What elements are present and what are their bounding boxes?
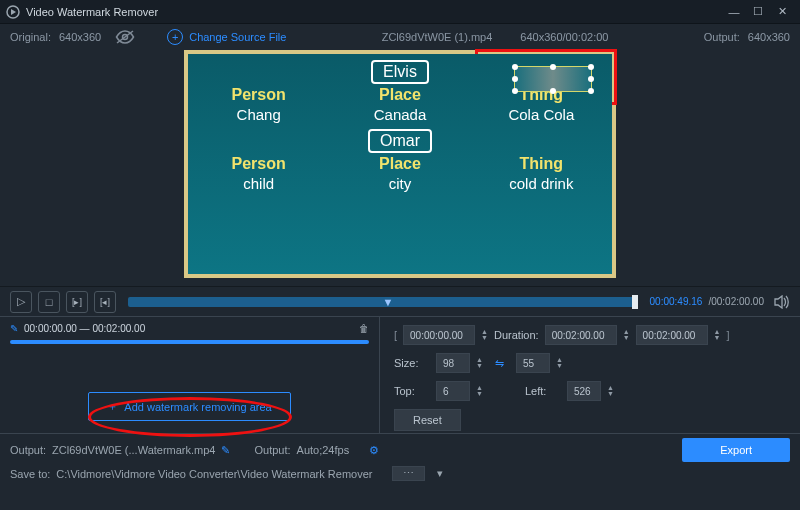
cell: Cola Cola: [481, 106, 601, 123]
output-format-value: Auto;24fps: [297, 444, 350, 456]
start-spinner[interactable]: ▲▼: [481, 329, 488, 341]
col-header: Thing: [481, 155, 601, 173]
video-preview[interactable]: Elvis PersonChang PlaceCanada ThingCola …: [184, 50, 616, 278]
save-to-label: Save to:: [10, 468, 50, 480]
output-label: Output:: [704, 31, 740, 43]
original-label: Original:: [10, 31, 51, 43]
cell: city: [340, 175, 460, 192]
plus-icon: ＋: [107, 399, 118, 414]
stop-button[interactable]: □: [38, 291, 60, 313]
browse-path-button[interactable]: ⋯: [392, 466, 425, 481]
duration-spinner[interactable]: ▲▼: [623, 329, 630, 341]
titlebar: Video Watermark Remover — ☐ ✕: [0, 0, 800, 24]
watermark-selection-box[interactable]: [514, 66, 592, 92]
resize-handle[interactable]: [512, 76, 518, 82]
format-settings-icon[interactable]: ⚙: [369, 444, 379, 457]
output-format-label: Output:: [254, 444, 290, 456]
maximize-button[interactable]: ☐: [746, 5, 770, 18]
top-label: Top:: [394, 385, 430, 397]
left-input[interactable]: 526: [567, 381, 601, 401]
resize-handle[interactable]: [550, 88, 556, 94]
col-header: Person: [199, 86, 319, 104]
height-input[interactable]: 55: [516, 353, 550, 373]
end-time-input[interactable]: 00:02:00.00: [636, 325, 708, 345]
bracket-right-icon[interactable]: ]: [727, 329, 730, 341]
resize-handle[interactable]: [512, 64, 518, 70]
segment-bar[interactable]: [10, 340, 369, 344]
resize-handle[interactable]: [588, 64, 594, 70]
output-filename: ZCl69dVtW0E (...Watermark.mp4: [52, 444, 215, 456]
source-filename: ZCl69dVtW0E (1).mp4: [382, 31, 493, 43]
width-input[interactable]: 98: [436, 353, 470, 373]
plus-circle-icon: +: [167, 29, 183, 45]
timeline-end-handle[interactable]: [632, 295, 638, 309]
segment-range: 00:00:00.00 — 00:02:00.00: [24, 323, 145, 334]
transport-bar: ▷ □ [▸] [◂] ▼ 00:00:49.16 /00:02:00.00: [0, 286, 800, 316]
preview-canvas: Elvis PersonChang PlaceCanada ThingCola …: [188, 54, 612, 274]
minimize-button[interactable]: —: [722, 6, 746, 18]
rename-output-icon[interactable]: ✎: [221, 444, 230, 457]
resize-handle[interactable]: [550, 64, 556, 70]
left-label: Left:: [525, 385, 561, 397]
cell: Canada: [340, 106, 460, 123]
properties-panel: [ 00:00:00.00 ▲▼ Duration:00:02:00.00 ▲▼…: [380, 317, 800, 433]
add-watermark-area-label: Add watermark removing area: [124, 401, 271, 413]
col-header: Place: [340, 86, 460, 104]
resize-handle[interactable]: [512, 88, 518, 94]
info-bar: Original: 640x360 + Change Source File Z…: [0, 24, 800, 50]
preview-toggle-icon[interactable]: [115, 30, 135, 44]
step-forward-button[interactable]: [▸]: [66, 291, 88, 313]
name-box-1: Elvis: [371, 60, 429, 84]
footer: Output: ZCl69dVtW0E (...Watermark.mp4 ✎ …: [0, 434, 800, 489]
left-spinner[interactable]: ▲▼: [607, 385, 614, 397]
name-box-2: Omar: [368, 129, 432, 153]
close-button[interactable]: ✕: [770, 5, 794, 18]
link-aspect-icon[interactable]: ⇋: [495, 357, 504, 370]
source-dims-time: 640x360/00:02:00: [520, 31, 608, 43]
reset-button[interactable]: Reset: [394, 409, 461, 431]
app-logo-icon: [6, 5, 20, 19]
playhead-icon[interactable]: ▼: [383, 296, 394, 308]
col-header: Place: [340, 155, 460, 173]
cell: cold drink: [481, 175, 601, 192]
cell: Chang: [199, 106, 319, 123]
play-button[interactable]: ▷: [10, 291, 32, 313]
col-header: Person: [199, 155, 319, 173]
width-spinner[interactable]: ▲▼: [476, 357, 483, 369]
end-spinner[interactable]: ▲▼: [714, 329, 721, 341]
change-source-button[interactable]: + Change Source File: [167, 29, 286, 45]
segments-panel: ✎ 00:00:00.00 — 00:02:00.00 🗑 ＋ Add wate…: [0, 317, 380, 433]
resize-handle[interactable]: [588, 88, 594, 94]
duration-input[interactable]: 00:02:00.00: [545, 325, 617, 345]
timeline-slider[interactable]: ▼: [128, 297, 638, 307]
resize-handle[interactable]: [588, 76, 594, 82]
start-time-input[interactable]: 00:00:00.00: [403, 325, 475, 345]
add-watermark-area-button[interactable]: ＋ Add watermark removing area: [88, 392, 290, 421]
step-back-button[interactable]: [◂]: [94, 291, 116, 313]
change-source-label: Change Source File: [189, 31, 286, 43]
delete-segment-icon[interactable]: 🗑: [359, 323, 369, 334]
time-total: /00:02:00.00: [708, 296, 764, 307]
time-current: 00:00:49.16: [650, 296, 703, 307]
volume-icon[interactable]: [774, 295, 790, 309]
top-input[interactable]: 6: [436, 381, 470, 401]
output-dimensions: 640x360: [748, 31, 790, 43]
top-spinner[interactable]: ▲▼: [476, 385, 483, 397]
original-dimensions: 640x360: [59, 31, 101, 43]
output-file-label: Output:: [10, 444, 46, 456]
save-path: C:\Vidmore\Vidmore Video Converter\Video…: [56, 468, 372, 480]
size-label: Size:: [394, 357, 430, 369]
segment-row[interactable]: ✎ 00:00:00.00 — 00:02:00.00 🗑: [10, 323, 369, 334]
app-title: Video Watermark Remover: [26, 6, 158, 18]
bracket-left-icon[interactable]: [: [394, 329, 397, 341]
export-button[interactable]: Export: [682, 438, 790, 462]
cell: child: [199, 175, 319, 192]
duration-label: Duration:: [494, 329, 539, 341]
brush-icon: ✎: [10, 323, 18, 334]
height-spinner[interactable]: ▲▼: [556, 357, 563, 369]
chevron-down-icon[interactable]: ▾: [437, 467, 443, 480]
